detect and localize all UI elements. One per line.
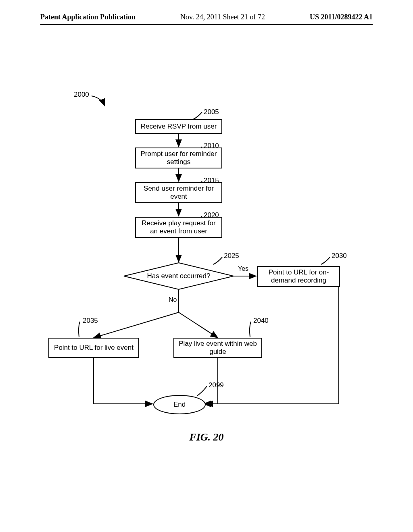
node-2035: Point to URL for live event: [48, 338, 139, 358]
svg-line-8: [179, 312, 218, 338]
node-2015: Send user reminder for event: [135, 182, 222, 203]
edge-no-label: No: [169, 296, 177, 303]
node-2015-text: Send user reminder for event: [139, 185, 218, 201]
node-2040-text: Play live event within web guide: [177, 340, 258, 356]
node-2035-text: Point to URL for live event: [54, 344, 133, 352]
decision-2025-text: Has event occurred?: [147, 272, 211, 280]
svg-line-7: [94, 312, 179, 338]
ref-2020: 2020: [204, 211, 219, 219]
flow-diagram: 2000 Receive RSVP from user 2005 Prompt …: [0, 0, 413, 532]
ref-2010: 2010: [204, 142, 219, 150]
node-2005: Receive RSVP from user: [135, 119, 222, 134]
node-2020: Receive play request for an event from u…: [135, 217, 222, 238]
figure-caption: FIG. 20: [0, 431, 413, 443]
node-2005-text: Receive RSVP from user: [141, 123, 217, 131]
node-2099: End: [153, 395, 206, 414]
node-2030: Point to URL for on-demand recording: [257, 266, 340, 287]
ref-2025: 2025: [224, 252, 239, 260]
node-2040: Play live event within web guide: [173, 338, 262, 358]
ref-2040: 2040: [253, 317, 269, 325]
node-2010-text: Prompt user for reminder settings: [139, 150, 218, 166]
edge-yes-label: Yes: [238, 265, 248, 272]
ref-2030: 2030: [332, 252, 347, 260]
ref-2035: 2035: [83, 317, 98, 325]
node-2099-text: End: [173, 401, 186, 409]
ref-2099: 2099: [209, 381, 224, 389]
ref-root: 2000: [74, 91, 89, 99]
ref-2015: 2015: [204, 177, 219, 185]
ref-2005: 2005: [204, 108, 219, 116]
node-2020-text: Receive play request for an event from u…: [139, 219, 218, 236]
decision-2025-text-wrap: Has event occurred?: [123, 262, 234, 290]
node-2030-text: Point to URL for on-demand recording: [261, 268, 336, 285]
node-2010: Prompt user for reminder settings: [135, 148, 222, 168]
